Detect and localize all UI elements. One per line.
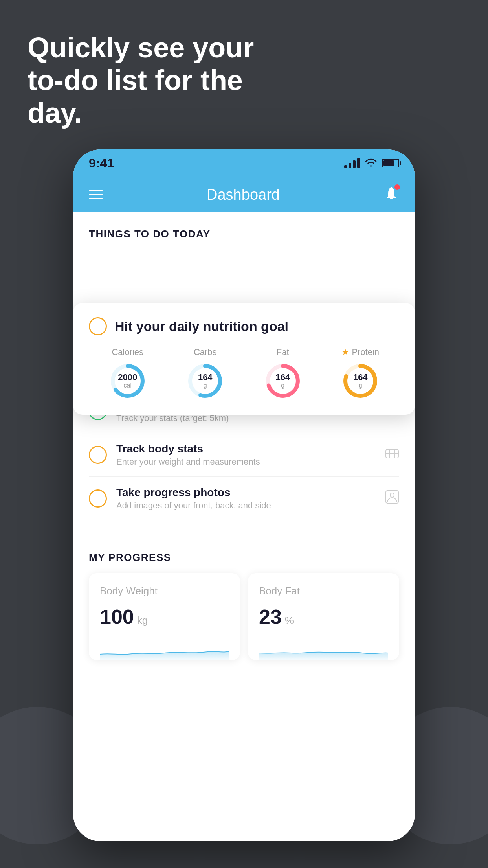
todo-item-progress-photos[interactable]: Take progress photos Add images of your …: [89, 477, 399, 520]
body-fat-chart: [259, 636, 388, 660]
notification-bell[interactable]: [383, 185, 399, 204]
hamburger-menu[interactable]: [89, 190, 103, 199]
nutrition-fat: Fat 164 g: [263, 347, 303, 401]
wifi-icon: [365, 157, 377, 169]
body-fat-unit: %: [285, 614, 294, 627]
body-weight-chart: [100, 636, 229, 660]
nav-bar: Dashboard: [73, 177, 415, 212]
scale-icon: [385, 446, 399, 463]
body-weight-unit: kg: [137, 614, 148, 627]
person-icon: [385, 490, 399, 507]
progress-photos-subtitle: Add images of your front, back, and side: [116, 500, 377, 511]
todo-item-body-stats[interactable]: Track body stats Enter your weight and m…: [89, 433, 399, 477]
progress-photos-title: Take progress photos: [116, 486, 377, 499]
body-weight-value: 100: [100, 605, 134, 629]
things-today-header: THINGS TO DO TODAY: [73, 212, 415, 248]
notification-dot: [394, 184, 400, 190]
nutrition-row: Calories 2000 cal: [89, 347, 399, 401]
content-area: THINGS TO DO TODAY Hit your daily nutrit…: [73, 212, 415, 841]
body-weight-card: Body Weight 100 kg: [89, 573, 240, 660]
nutrition-calories: Calories 2000 cal: [108, 347, 147, 401]
hero-title: Quickly see your to-do list for the day.: [28, 31, 263, 129]
status-bar: 9:41: [73, 149, 415, 177]
signal-icon: [344, 158, 360, 168]
calories-label: Calories: [112, 347, 143, 357]
carbs-label: Carbs: [194, 347, 217, 357]
svg-point-13: [390, 493, 394, 497]
nutrition-protein: ★Protein 164 g: [341, 347, 380, 401]
status-time: 9:41: [89, 156, 114, 171]
nutrition-checkbox[interactable]: [89, 317, 107, 335]
nutrition-card-title: Hit your daily nutrition goal: [115, 319, 288, 334]
body-weight-label: Body Weight: [100, 585, 229, 597]
star-icon: ★: [341, 347, 349, 357]
progress-section: MY PROGRESS Body Weight 100 kg: [73, 536, 415, 660]
body-stats-title: Track body stats: [116, 443, 377, 455]
phone-frame: 9:41 Da: [73, 149, 415, 841]
fat-label: Fat: [277, 347, 289, 357]
nutrition-card: Hit your daily nutrition goal Calories: [73, 303, 415, 415]
nutrition-carbs: Carbs 164 g: [185, 347, 225, 401]
body-fat-value: 23: [259, 605, 282, 629]
body-stats-checkbox[interactable]: [89, 446, 107, 464]
nav-title: Dashboard: [207, 186, 280, 203]
status-icons: [344, 157, 399, 169]
progress-section-title: MY PROGRESS: [89, 552, 399, 564]
body-stats-subtitle: Enter your weight and measurements: [116, 457, 377, 467]
battery-icon: [382, 159, 399, 167]
progress-photos-checkbox[interactable]: [89, 489, 107, 508]
body-fat-label: Body Fat: [259, 585, 388, 597]
progress-cards: Body Weight 100 kg: [89, 573, 399, 660]
protein-label: ★Protein: [341, 347, 379, 357]
body-fat-card: Body Fat 23 %: [248, 573, 399, 660]
